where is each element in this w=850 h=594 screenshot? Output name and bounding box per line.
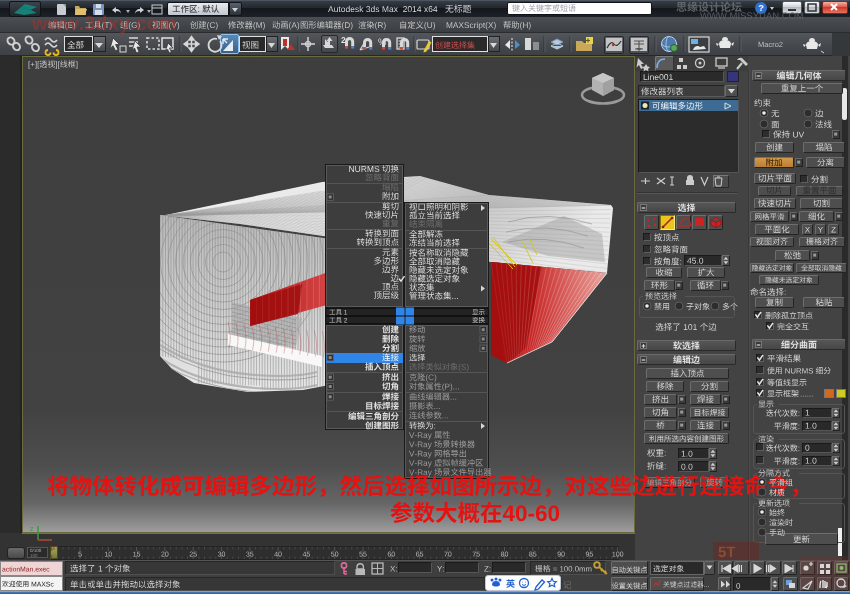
svg-text:?: ? [758,3,764,13]
